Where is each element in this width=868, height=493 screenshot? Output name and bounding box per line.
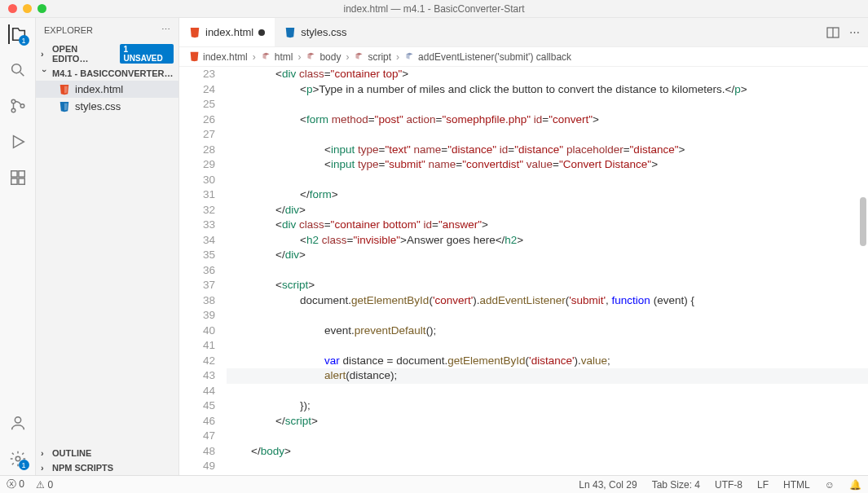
project-label: M4.1 - BASICCONVERTER…	[52, 68, 174, 78]
html-file-icon	[189, 51, 200, 62]
chevron-right-icon: ›	[41, 463, 49, 473]
tab-label: index.html	[205, 26, 253, 38]
css-file-icon	[284, 27, 296, 38]
run-debug-icon[interactable]	[8, 132, 28, 152]
account-icon[interactable]	[8, 413, 28, 433]
npm-scripts-section[interactable]: › NPM SCRIPTS	[36, 460, 179, 475]
html-file-icon	[189, 27, 200, 38]
more-actions-icon[interactable]: ⋯	[849, 26, 860, 38]
symbol-icon	[404, 51, 415, 62]
sidebar-title: EXPLORER	[44, 25, 93, 35]
code-editor[interactable]: 2324252627282930313233343536373839404142…	[179, 67, 868, 475]
chevron-right-icon: ›	[41, 49, 49, 59]
chevron-right-icon: ›	[41, 448, 49, 458]
symbol-icon	[261, 51, 271, 62]
crumb[interactable]: body	[319, 51, 341, 63]
tab-index-html[interactable]: index.html	[179, 18, 275, 46]
svg-point-0	[11, 64, 20, 73]
symbol-icon	[354, 51, 364, 62]
svg-point-1	[11, 99, 15, 103]
unsaved-badge: 1 UNSAVED	[120, 44, 174, 64]
extensions-icon[interactable]	[8, 168, 28, 187]
crumb[interactable]: index.html	[203, 51, 248, 63]
status-cursor[interactable]: Ln 43, Col 29	[579, 479, 637, 491]
status-encoding[interactable]: UTF-8	[715, 479, 742, 491]
svg-rect-5	[18, 171, 24, 177]
crumb[interactable]: script	[368, 51, 391, 63]
project-section[interactable]: › M4.1 - BASICCONVERTER…	[36, 66, 178, 81]
status-bell-icon[interactable]: 🔔	[849, 479, 861, 491]
settings-gear-icon[interactable]: 1	[8, 449, 28, 469]
modified-indicator-icon	[258, 29, 265, 36]
outline-label: OUTLINE	[52, 448, 91, 458]
scrollbar-thumb[interactable]	[860, 197, 866, 246]
svg-point-3	[20, 104, 24, 108]
file-name: styles.css	[75, 100, 121, 112]
breadcrumb[interactable]: index.html› html› body› script› addEvent…	[179, 47, 868, 67]
source-control-icon[interactable]	[8, 96, 28, 116]
chevron-down-icon: ›	[40, 69, 50, 77]
search-icon[interactable]	[8, 60, 28, 80]
sidebar-more-icon[interactable]: ⋯	[161, 24, 170, 35]
settings-badge: 1	[19, 460, 29, 470]
window-title: index.html — m4.1 - BasicConverter-Start	[343, 3, 524, 15]
sidebar: EXPLORER ⋯ › OPEN EDITO… 1 UNSAVED › M4.…	[36, 18, 179, 475]
outline-section[interactable]: › OUTLINE	[36, 446, 179, 460]
html-file-icon	[59, 84, 70, 95]
maximize-window-button[interactable]	[37, 4, 46, 13]
svg-rect-7	[18, 178, 24, 184]
file-item-index-html[interactable]: index.html	[36, 81, 178, 98]
file-item-styles-css[interactable]: styles.css	[36, 98, 178, 115]
tab-label: styles.css	[301, 26, 346, 38]
status-feedback-icon[interactable]: ☺	[825, 479, 835, 491]
line-gutter: 2324252627282930313233343536373839404142…	[179, 67, 227, 475]
window-controls	[0, 4, 46, 13]
npm-scripts-label: NPM SCRIPTS	[52, 463, 113, 473]
svg-rect-4	[11, 171, 16, 177]
tab-bar: index.html styles.css ⋯	[179, 18, 868, 47]
close-window-button[interactable]	[8, 4, 17, 13]
css-file-icon	[59, 101, 70, 112]
explorer-icon[interactable]: 1	[8, 24, 28, 44]
svg-rect-6	[11, 178, 16, 184]
crumb[interactable]: html	[275, 51, 293, 63]
explorer-badge: 1	[19, 35, 29, 46]
status-bar: ⓧ 0 ⚠ 0 Ln 43, Col 29 Tab Size: 4 UTF-8 …	[0, 475, 868, 493]
status-errors[interactable]: ⓧ 0	[7, 478, 24, 491]
svg-point-8	[15, 417, 20, 423]
open-editors-section[interactable]: › OPEN EDITO… 1 UNSAVED	[36, 42, 178, 66]
status-warnings[interactable]: ⚠ 0	[36, 479, 53, 491]
titlebar: index.html — m4.1 - BasicConverter-Start	[0, 0, 868, 18]
editor-area: index.html styles.css ⋯ index.html› html…	[179, 18, 868, 475]
status-tabsize[interactable]: Tab Size: 4	[652, 479, 700, 491]
activity-bar: 1 1	[0, 18, 36, 475]
open-editors-label: OPEN EDITO…	[52, 44, 117, 64]
svg-point-9	[15, 456, 20, 461]
svg-point-2	[11, 108, 15, 112]
minimize-window-button[interactable]	[23, 4, 32, 13]
code-content[interactable]: <div class="container top"> <p>Type in a…	[227, 67, 868, 475]
status-eol[interactable]: LF	[757, 479, 769, 491]
status-lang[interactable]: HTML	[783, 479, 810, 491]
tab-styles-css[interactable]: styles.css	[275, 18, 356, 46]
file-name: index.html	[75, 83, 123, 95]
split-editor-icon[interactable]	[826, 26, 839, 39]
symbol-icon	[306, 51, 316, 62]
crumb[interactable]: addEventListener('submit') callback	[418, 51, 571, 63]
